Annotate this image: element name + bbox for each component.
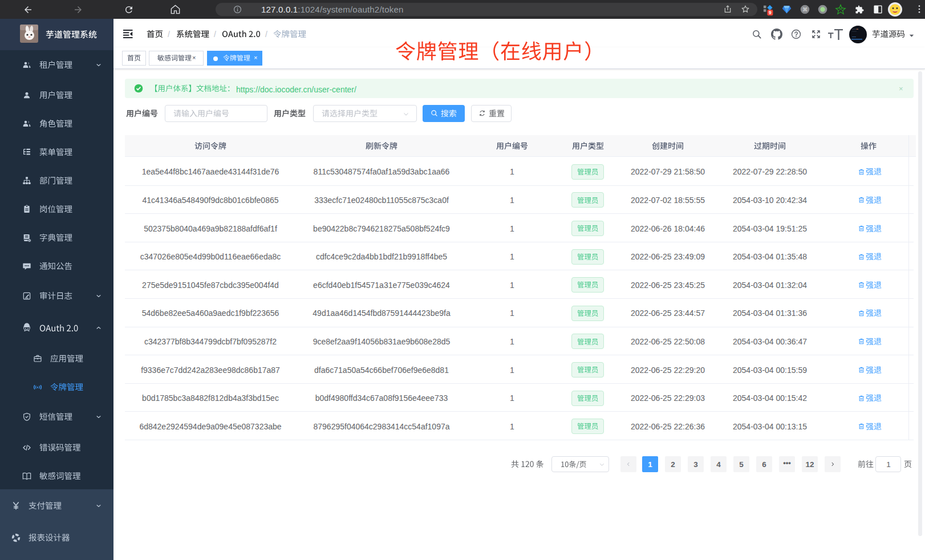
svg-text:⌘: ⌘ [802, 7, 808, 13]
svg-text:9: 9 [769, 10, 772, 15]
